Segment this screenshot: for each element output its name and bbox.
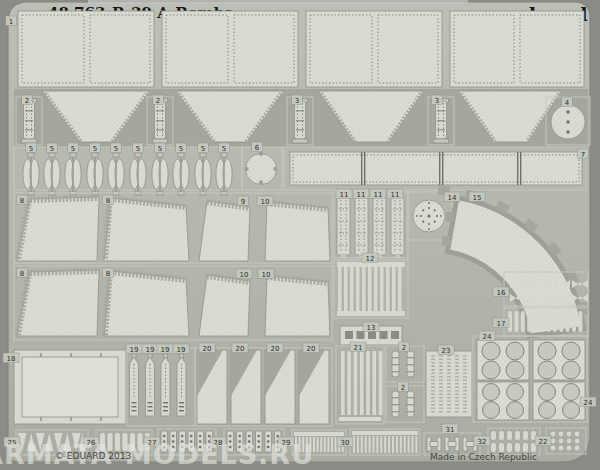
svg-text:11: 11 xyxy=(340,191,349,199)
svg-text:5: 5 xyxy=(93,145,97,153)
part-number-label: 15 xyxy=(469,192,485,202)
photo-etch-sheet-photo: 48 763 B-29 A-Bombs eduard xyxy=(0,0,600,470)
svg-text:5: 5 xyxy=(114,145,118,153)
svg-text:20: 20 xyxy=(271,345,280,353)
part-number-label: 14 xyxy=(444,192,460,202)
part-number-label: 5 xyxy=(90,143,101,153)
svg-text:2: 2 xyxy=(401,384,405,392)
svg-text:23: 23 xyxy=(442,347,451,355)
part-number-label: 30 xyxy=(337,437,353,447)
svg-text:13: 13 xyxy=(367,324,376,332)
svg-text:24: 24 xyxy=(483,333,492,341)
svg-text:18: 18 xyxy=(7,355,16,363)
part-number-label: 3 xyxy=(292,95,303,105)
svg-text:19: 19 xyxy=(161,346,170,354)
part-number-label: 2 xyxy=(153,95,164,105)
svg-text:2: 2 xyxy=(25,97,29,105)
part-number-label: 9 xyxy=(238,196,249,206)
part-number-label: 21 xyxy=(350,342,366,352)
copyright-text: © EDUARD 2013 xyxy=(55,451,131,461)
part-number-label: 5 xyxy=(111,143,122,153)
svg-text:7: 7 xyxy=(581,151,585,159)
part-number-label: 8 xyxy=(17,195,28,205)
part-number-label: 20 xyxy=(199,343,215,353)
part-23-panel xyxy=(426,351,472,417)
svg-text:20: 20 xyxy=(236,345,245,353)
part-number-label: 8 xyxy=(103,268,114,278)
part-number-label: 11 xyxy=(353,189,369,199)
part-number-label: 17 xyxy=(493,318,509,328)
part-number-label: 31 xyxy=(442,424,458,434)
part-number-label: 2 xyxy=(22,95,33,105)
svg-text:8: 8 xyxy=(20,197,24,205)
svg-text:15: 15 xyxy=(473,194,482,202)
part-number-label: 1 xyxy=(6,16,17,26)
svg-text:30: 30 xyxy=(341,439,350,447)
made-in-text: Made in Czech Republic xyxy=(430,452,537,462)
photo-of-photo-etch-fret: 48 763 B-29 A-Bombs eduard xyxy=(0,0,600,470)
part-number-label: 11 xyxy=(387,189,403,199)
part-18-panel xyxy=(14,350,126,424)
part-number-label: 11 xyxy=(336,189,352,199)
part-number-label: 5 xyxy=(68,143,79,153)
part-number-label: 3 xyxy=(432,95,443,105)
part-number-label: 18 xyxy=(3,353,19,363)
part-number-label: 8 xyxy=(17,268,28,278)
part-number-label: 5 xyxy=(47,143,58,153)
svg-text:11: 11 xyxy=(374,191,383,199)
svg-text:5: 5 xyxy=(179,145,183,153)
part-number-label: 5 xyxy=(133,143,144,153)
svg-text:22: 22 xyxy=(539,438,548,446)
svg-text:17: 17 xyxy=(497,320,506,328)
part-number-label: 2 xyxy=(398,382,409,392)
svg-text:19: 19 xyxy=(146,346,155,354)
svg-text:21: 21 xyxy=(354,344,363,352)
svg-text:32: 32 xyxy=(478,438,487,446)
svg-text:14: 14 xyxy=(448,194,457,202)
part-number-label: 16 xyxy=(493,287,509,297)
glare-strip xyxy=(88,0,468,4)
part-number-label: 19 xyxy=(142,344,158,354)
svg-text:3: 3 xyxy=(295,97,299,105)
part-number-label: 5 xyxy=(219,143,230,153)
svg-text:20: 20 xyxy=(203,345,212,353)
part-number-label: 10 xyxy=(258,269,274,279)
svg-text:5: 5 xyxy=(201,145,205,153)
svg-text:10: 10 xyxy=(240,271,249,279)
part-number-label: 12 xyxy=(362,253,378,263)
svg-text:5: 5 xyxy=(158,145,162,153)
svg-text:10: 10 xyxy=(262,271,271,279)
svg-text:3: 3 xyxy=(435,97,439,105)
part-number-label: 22 xyxy=(535,436,551,446)
part-number-label: 19 xyxy=(126,344,142,354)
svg-text:4: 4 xyxy=(565,99,570,107)
svg-text:5: 5 xyxy=(29,145,33,153)
svg-text:1: 1 xyxy=(9,18,13,26)
part-number-label: 7 xyxy=(578,149,589,159)
part-number-label: 5 xyxy=(198,143,209,153)
part-number-label: 23 xyxy=(438,345,454,355)
row-trapezoids-upper xyxy=(14,193,332,263)
svg-text:31: 31 xyxy=(446,426,455,434)
svg-text:5: 5 xyxy=(71,145,75,153)
svg-text:10: 10 xyxy=(261,198,270,206)
part-number-label: 10 xyxy=(257,196,273,206)
part-number-label: 13 xyxy=(363,322,379,332)
svg-text:24: 24 xyxy=(584,399,593,407)
svg-text:16: 16 xyxy=(497,289,506,297)
part-number-label: 5 xyxy=(176,143,187,153)
part-number-label: 32 xyxy=(474,436,490,446)
part-number-label: 20 xyxy=(303,343,319,353)
part-number-label: 20 xyxy=(267,343,283,353)
part-number-label: 8 xyxy=(103,195,114,205)
svg-text:5: 5 xyxy=(136,145,140,153)
part-number-label: 24 xyxy=(580,397,596,407)
svg-text:2: 2 xyxy=(156,97,160,105)
svg-text:19: 19 xyxy=(177,346,186,354)
part-number-label: 6 xyxy=(252,142,263,152)
part-number-label: 20 xyxy=(232,343,248,353)
svg-text:20: 20 xyxy=(307,345,316,353)
svg-text:5: 5 xyxy=(222,145,226,153)
svg-text:12: 12 xyxy=(366,255,375,263)
part-7-long-panel xyxy=(284,147,586,190)
